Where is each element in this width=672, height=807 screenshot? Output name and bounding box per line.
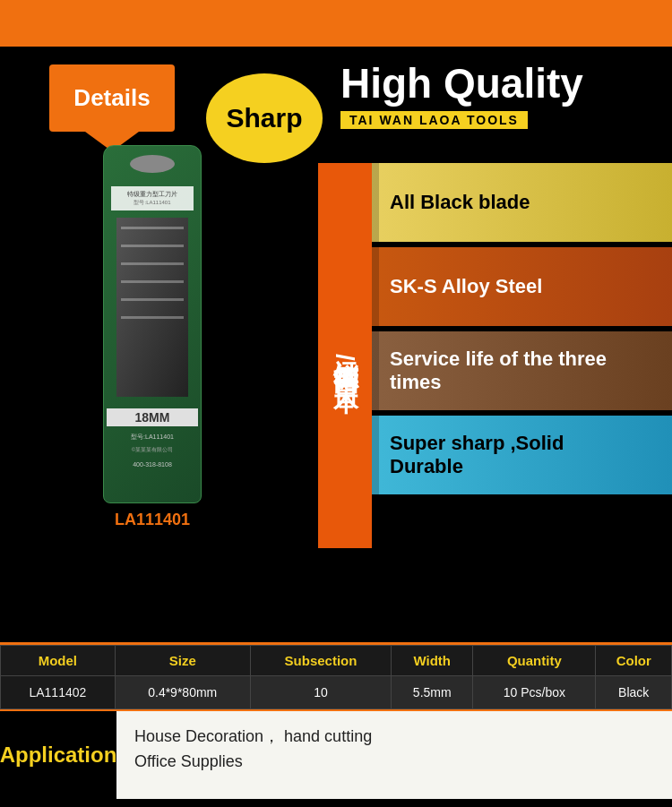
package-hole (130, 155, 175, 173)
application-section: Application House Decoration， hand cutti… (0, 709, 672, 799)
table-cell: 0.4*9*80mm (115, 676, 250, 709)
col-header-quantity: Quantity (473, 646, 596, 676)
high-quality-section: High Quality TAI WAN LAOA TOOLS (340, 63, 663, 129)
application-line-2: Office Supplies (134, 752, 654, 771)
high-quality-title: High Quality (340, 63, 663, 104)
main-product-area: Details Sharp High Quality TAI WAN LAOA … (0, 47, 672, 642)
col-header-color: Color (596, 646, 672, 676)
chinese-vertical-banner: 远销德国/日本 (318, 163, 372, 548)
table-header-row: Model Size Subsection Width Quantity Col… (1, 646, 672, 676)
blade-package: 特级重力型工刀片 型号:LA111401 18MM 型号:LA111401 ©某… (103, 145, 202, 503)
chinese-text: 远销德国/日本 (328, 339, 362, 372)
phone-label: 400-318-8108 (133, 461, 172, 468)
spec-table: Model Size Subsection Width Quantity Col… (0, 645, 672, 709)
ribbons-section: All Black blade SK-S Alloy Steel Service… (372, 163, 672, 494)
product-image-area: 特级重力型工刀片 型号:LA111401 18MM 型号:LA111401 ©某… (54, 145, 251, 584)
table-cell: 5.5mm (392, 676, 473, 709)
ribbon-1-text: All Black blade (390, 191, 530, 214)
brand-label: TAI WAN LAOA TOOLS (340, 111, 528, 129)
blade-visual (116, 218, 188, 397)
table-cell: LA111402 (1, 676, 116, 709)
ribbon-4: Super sharp ,Solid Durable (372, 416, 672, 494)
model-label: LA111401 (115, 511, 190, 529)
application-label-block: Application (0, 711, 116, 799)
blade-bottom-label: 18MM 型号:LA111401 ©某某某有限公司 400-318-8108 (104, 404, 201, 475)
package-label: 特级重力型工刀片 型号:LA111401 (111, 186, 194, 210)
col-header-size: Size (115, 646, 250, 676)
col-header-model: Model (1, 646, 116, 676)
size-label: 18MM (107, 408, 198, 426)
ribbon-4-text: Super sharp ,Solid Durable (390, 432, 636, 478)
sharp-label: Sharp (226, 103, 302, 133)
table-row: LA1114020.4*9*80mm105.5mm10 Pcs/boxBlack (1, 676, 672, 709)
details-badge: Details (49, 64, 175, 150)
top-orange-bar (0, 0, 672, 47)
col-header-width: Width (392, 646, 473, 676)
model-tag: 型号:LA111401 (131, 434, 174, 440)
ribbon-3: Service life of the three times (372, 331, 672, 410)
application-label-text: Application (0, 743, 116, 768)
details-label: Details (73, 84, 150, 112)
application-line-1: House Decoration， hand cutting (134, 725, 654, 747)
ribbon-2: SK-S Alloy Steel (372, 247, 672, 326)
ribbon-3-text: Service life of the three times (390, 348, 636, 394)
ribbon-1: All Black blade (372, 163, 672, 242)
application-content: House Decoration， hand cutting Office Su… (116, 711, 672, 799)
col-header-subsection: Subsection (250, 646, 392, 676)
spec-table-section: Model Size Subsection Width Quantity Col… (0, 642, 672, 709)
details-pentagon: Details (49, 64, 175, 132)
table-cell: Black (596, 676, 672, 709)
ribbon-2-text: SK-S Alloy Steel (390, 275, 542, 298)
table-cell: 10 Pcs/box (473, 676, 596, 709)
table-cell: 10 (250, 676, 392, 709)
